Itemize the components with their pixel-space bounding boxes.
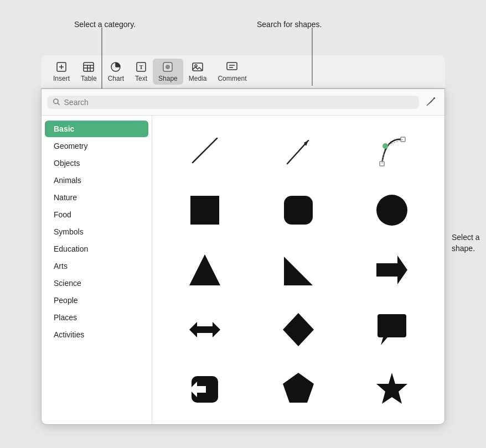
chart-label: Chart <box>108 75 124 82</box>
sidebar: Basic Geometry Objects Animals Nature Fo… <box>42 116 152 424</box>
sidebar-item-arts[interactable]: Arts <box>45 258 148 274</box>
search-input-wrap[interactable] <box>47 96 419 109</box>
svg-point-38 <box>376 195 407 226</box>
media-label: Media <box>189 75 207 82</box>
svg-point-24 <box>54 99 58 103</box>
annotation-category: Select a category. <box>74 19 136 30</box>
shape-circle[interactable] <box>348 185 436 235</box>
shape-double-arrow[interactable] <box>161 305 249 355</box>
shape-rounded-square-back[interactable] <box>161 364 249 414</box>
shape-triangle[interactable] <box>161 245 249 295</box>
text-button[interactable]: T Text <box>130 59 153 85</box>
svg-point-18 <box>166 65 170 69</box>
sidebar-item-education[interactable]: Education <box>45 241 148 257</box>
svg-marker-46 <box>283 373 314 403</box>
toolbar: Insert Table Chart <box>41 55 445 88</box>
media-button[interactable]: Media <box>183 59 213 85</box>
svg-line-25 <box>58 103 60 105</box>
svg-marker-42 <box>189 322 220 337</box>
sidebar-item-science[interactable]: Science <box>45 275 148 291</box>
shapes-panel: Basic Geometry Objects Animals Nature Fo… <box>41 88 445 425</box>
shape-pentagon[interactable] <box>255 364 343 414</box>
shape-square[interactable] <box>161 185 249 235</box>
sidebar-item-objects[interactable]: Objects <box>45 155 148 171</box>
pen-tool-button[interactable] <box>423 93 439 111</box>
shape-line[interactable] <box>161 126 249 175</box>
svg-marker-41 <box>376 256 407 284</box>
shape-diamond[interactable] <box>255 305 343 355</box>
shapes-grid <box>152 116 444 424</box>
sidebar-item-symbols[interactable]: Symbols <box>45 223 148 240</box>
svg-marker-40 <box>284 257 313 285</box>
shape-right-triangle[interactable] <box>255 245 343 295</box>
sidebar-item-animals[interactable]: Animals <box>45 172 148 189</box>
svg-line-27 <box>427 105 428 106</box>
sidebar-item-geometry[interactable]: Geometry <box>45 138 148 154</box>
search-bar <box>42 89 444 116</box>
sidebar-item-people[interactable]: People <box>45 292 148 309</box>
sidebar-item-activities[interactable]: Activities <box>45 326 148 343</box>
text-label: Text <box>135 75 147 82</box>
search-icon <box>53 98 61 106</box>
shape-arrow-right[interactable] <box>348 245 436 295</box>
svg-marker-43 <box>283 313 314 346</box>
shape-button[interactable]: Shape <box>153 59 183 85</box>
shape-arrow-line[interactable] <box>255 126 343 175</box>
shape-label: Shape <box>158 75 178 82</box>
shape-star[interactable] <box>348 364 436 414</box>
shape-curve[interactable] <box>348 126 436 175</box>
svg-rect-7 <box>84 62 94 71</box>
sidebar-item-places[interactable]: Places <box>45 309 148 326</box>
shape-speech-bubble[interactable] <box>348 305 436 355</box>
chart-button[interactable]: Chart <box>102 59 130 85</box>
svg-rect-37 <box>284 196 313 225</box>
svg-rect-36 <box>190 196 219 225</box>
svg-rect-21 <box>227 62 237 70</box>
svg-point-26 <box>433 97 435 99</box>
svg-marker-47 <box>376 373 407 404</box>
comment-button[interactable]: Comment <box>212 59 252 85</box>
panel-body: Basic Geometry Objects Animals Nature Fo… <box>42 116 444 424</box>
annotation-shape: Select ashape. <box>452 232 486 254</box>
search-input[interactable] <box>64 98 413 107</box>
svg-marker-39 <box>189 254 220 285</box>
sidebar-item-food[interactable]: Food <box>45 206 148 223</box>
shape-rounded-square[interactable] <box>255 185 343 235</box>
svg-line-28 <box>193 138 217 163</box>
insert-label: Insert <box>53 75 70 82</box>
comment-label: Comment <box>218 75 246 82</box>
insert-button[interactable]: Insert <box>48 59 75 85</box>
svg-text:T: T <box>139 64 143 70</box>
annotation-search: Search for shapes. <box>257 19 322 30</box>
table-label: Table <box>81 75 97 82</box>
sidebar-item-basic[interactable]: Basic <box>45 121 148 137</box>
table-button[interactable]: Table <box>75 59 102 85</box>
sidebar-item-nature[interactable]: Nature <box>45 189 148 206</box>
